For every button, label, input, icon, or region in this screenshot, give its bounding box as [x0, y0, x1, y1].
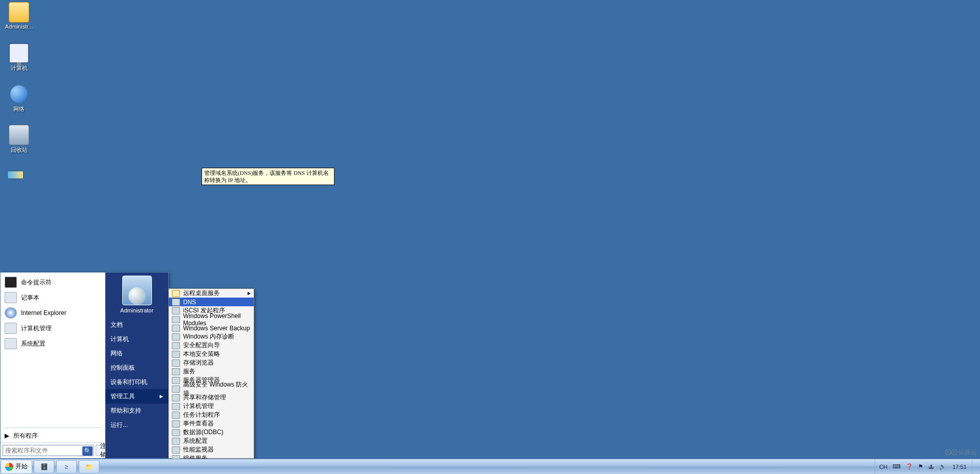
- network-tray-icon[interactable]: 🖧: [927, 464, 935, 470]
- desktop-icon-label: Administr...: [0, 24, 38, 30]
- admin-tool-label: DNS: [183, 299, 196, 306]
- start-right-item-4[interactable]: 设备和打印机: [105, 375, 168, 389]
- folder-icon: [172, 290, 180, 297]
- start-right-item-5[interactable]: 管理工具▶: [105, 389, 168, 403]
- watermark: ⊙⊙亿速云: [944, 446, 977, 458]
- action-center-icon[interactable]: ⚑: [917, 463, 924, 470]
- desktop-icon-label: 计算机: [0, 64, 38, 72]
- admin-tool-label: 数据源(ODBC): [183, 428, 224, 437]
- tool-icon: [172, 377, 180, 384]
- program-label: Internet Explorer: [21, 309, 66, 317]
- powershell-icon: ≥: [65, 463, 69, 470]
- admin-tool-label: 安全配置向导: [183, 341, 220, 350]
- start-button[interactable]: 开始: [1, 460, 32, 474]
- admin-tool-item-17[interactable]: 系统配置: [169, 437, 254, 445]
- admin-tool-item-13[interactable]: 计算机管理: [169, 402, 254, 411]
- program-label: 记事本: [21, 294, 39, 302]
- show-desktop-button[interactable]: [972, 460, 977, 473]
- start-right-item-label: 设备和打印机: [110, 378, 147, 387]
- control-panel-shortcut-icon[interactable]: [7, 171, 24, 179]
- all-programs[interactable]: ▶ 所有程序: [1, 429, 105, 442]
- program-notepad[interactable]: 记事本: [1, 290, 105, 305]
- start-right-item-label: 管理工具: [110, 392, 135, 401]
- admin-tool-item-0[interactable]: 远程桌面服务▶: [169, 289, 254, 298]
- tool-icon: [172, 412, 180, 419]
- start-right-item-3[interactable]: 控制面板: [105, 360, 168, 375]
- user-avatar-icon: [122, 276, 152, 305]
- clock[interactable]: 17:51: [950, 464, 969, 470]
- admin-tool-label: 本地安全策略: [183, 350, 220, 358]
- start-right-item-1[interactable]: 计算机: [105, 332, 168, 346]
- admin-tool-item-14[interactable]: 任务计划程序: [169, 411, 254, 419]
- start-right-item-label: 控制面板: [110, 364, 135, 372]
- admin-tool-item-15[interactable]: 事件查看器: [169, 419, 254, 428]
- desktop-icon-network[interactable]: 网络: [0, 84, 38, 113]
- admin-tool-item-5[interactable]: Windows 内存诊断: [169, 332, 254, 341]
- admin-tool-label: Windows 内存诊断: [183, 332, 234, 341]
- admin-tool-label: 事件查看器: [183, 419, 214, 428]
- tool-icon: [172, 394, 180, 401]
- taskbar-pin-explorer[interactable]: 📁: [79, 460, 99, 473]
- admin-tool-item-7[interactable]: 本地安全策略: [169, 350, 254, 358]
- program-compmgmt[interactable]: 计算机管理: [1, 321, 105, 336]
- start-right-item-7[interactable]: 运行...: [105, 418, 168, 432]
- start-right-item-2[interactable]: 网络: [105, 346, 168, 360]
- start-menu-right-pane: Administrator 文档计算机网络控制面板设备和打印机管理工具▶帮助和支…: [105, 273, 168, 458]
- program-cmd[interactable]: 命令提示符: [1, 275, 105, 290]
- search-input[interactable]: [3, 445, 94, 456]
- taskbar-pin-powershell[interactable]: ≥: [56, 460, 77, 473]
- taskbar-pin-server-manager[interactable]: 🗄️: [34, 460, 54, 473]
- computer-icon: [9, 43, 29, 63]
- start-right-item-0[interactable]: 文档: [105, 318, 168, 332]
- tool-icon: [172, 403, 180, 410]
- admin-tool-label: 服务: [183, 367, 195, 376]
- start-right-item-6[interactable]: 帮助和支持: [105, 403, 168, 418]
- program-msconfig[interactable]: 系统配置: [1, 336, 105, 351]
- admin-tool-item-18[interactable]: 性能监视器: [169, 445, 254, 454]
- tool-icon: [172, 359, 180, 367]
- tool-icon: [172, 316, 180, 323]
- admin-tool-item-4[interactable]: Windows Server Backup: [169, 324, 254, 332]
- desktop-icon-computer[interactable]: 计算机: [0, 43, 38, 72]
- desktop-icon-recycle-bin[interactable]: 回收站: [0, 125, 38, 154]
- desktop-icon-label: 网络: [0, 105, 38, 113]
- program-label: 系统配置: [21, 340, 46, 348]
- admin-tool-label: 系统配置: [183, 437, 208, 445]
- admin-tool-item-9[interactable]: 服务: [169, 367, 254, 376]
- desktop[interactable]: Administr... 计算机 网络 回收站 命令提示符 记事本 Intern…: [0, 0, 980, 474]
- search-button[interactable]: 🔍: [82, 446, 93, 456]
- admin-tool-label: 性能监视器: [183, 445, 214, 454]
- network-icon: [9, 84, 29, 104]
- user-name: Administrator: [105, 307, 168, 313]
- divider: [4, 427, 102, 428]
- program-ie[interactable]: Internet Explorer: [1, 305, 105, 321]
- admin-tool-item-12[interactable]: 共享和存储管理: [169, 393, 254, 402]
- start-right-item-label: 运行...: [110, 421, 128, 430]
- help-icon[interactable]: ❓: [905, 463, 914, 470]
- ie-icon: [5, 307, 17, 319]
- cmd-icon: [5, 277, 17, 288]
- admin-tool-item-6[interactable]: 安全配置向导: [169, 341, 254, 350]
- computer-management-icon: [5, 323, 17, 334]
- admin-tool-item-3[interactable]: Windows PowerShell Modules: [169, 315, 254, 324]
- volume-icon[interactable]: 🔊: [938, 463, 947, 470]
- keyboard-icon[interactable]: ⌨: [892, 463, 902, 470]
- system-tray: CH ⌨ ❓ ⚑ 🖧 🔊 17:51: [875, 459, 980, 474]
- admin-tool-item-11[interactable]: 高级安全 Windows 防火墙: [169, 385, 254, 393]
- start-right-item-label: 帮助和支持: [110, 407, 141, 415]
- desktop-icon-administrator[interactable]: Administr...: [0, 2, 38, 30]
- desktop-icon-label: 回收站: [0, 146, 38, 154]
- admin-tool-item-1[interactable]: DNS: [169, 298, 254, 306]
- tool-icon: [172, 351, 180, 358]
- tooltip: 管理域名系统(DNS)服务，该服务将 DNS 计算机名称转换为 IP 地址。: [202, 168, 335, 185]
- admin-tool-item-8[interactable]: 存储浏览器: [169, 358, 254, 367]
- msconfig-icon: [5, 338, 17, 349]
- language-indicator[interactable]: CH: [878, 464, 888, 470]
- start-right-item-label: 文档: [110, 321, 123, 329]
- tool-icon: [172, 325, 180, 332]
- tool-icon: [172, 438, 180, 445]
- admin-tool-label: 共享和存储管理: [183, 393, 226, 402]
- start-menu-program-list: 命令提示符 记事本 Internet Explorer 计算机管理 系统配置: [1, 273, 105, 426]
- arrow-right-icon: ▶: [5, 432, 9, 439]
- admin-tool-item-16[interactable]: 数据源(ODBC): [169, 428, 254, 437]
